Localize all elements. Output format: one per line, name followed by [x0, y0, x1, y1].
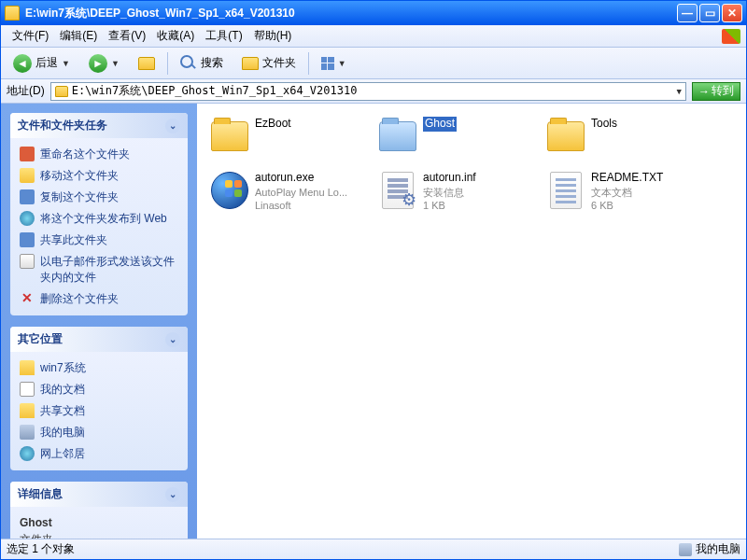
maximize-button[interactable]: ▭ [699, 4, 720, 22]
place-mycomputer[interactable]: 我的电脑 [20, 422, 178, 443]
menu-view[interactable]: 查看(V) [103, 26, 151, 46]
place-label: win7系统 [40, 360, 86, 376]
file-item[interactable]: Ghost [376, 115, 544, 169]
menu-edit[interactable]: 编辑(E) [54, 26, 103, 46]
item-sub: Linasoft [255, 199, 347, 212]
folder-icon [210, 117, 249, 156]
chevron-down-icon[interactable]: ▼ [677, 87, 682, 96]
item-text: Tools [591, 117, 617, 132]
delete-icon: ✕ [20, 291, 35, 306]
item-text: autorun.exeAutoPlay Menu Lo...Linasoft [255, 171, 347, 212]
task-copy[interactable]: 复制这个文件夹 [20, 187, 178, 208]
place-label: 网上邻居 [40, 446, 85, 462]
status-text: 选定 1 个对象 [7, 541, 75, 557]
folder-open-icon [378, 117, 417, 156]
task-rename[interactable]: 重命名这个文件夹 [20, 144, 178, 165]
file-item[interactable]: EzBoot [208, 115, 376, 169]
address-bar: 地址(D) E:\win7系统\DEEP_Ghost_Win7_Sp1_x64_… [1, 79, 746, 104]
folders-button[interactable]: 文件夹 [235, 51, 303, 75]
search-label: 搜索 [201, 55, 223, 71]
details-panel: 详细信息 ⌄ Ghost 文件夹 修改日期: 2012年4月30日, 15:16 [10, 482, 188, 539]
item-name: Ghost [423, 117, 457, 132]
menubar: 文件(F) 编辑(E) 查看(V) 收藏(A) 工具(T) 帮助(H) [1, 25, 746, 48]
chevron-down-icon: ▼ [62, 59, 70, 68]
place-label: 共享文档 [40, 403, 85, 419]
views-button[interactable]: ▼ [315, 53, 353, 74]
mail-icon [20, 254, 35, 269]
text-file-icon [546, 171, 585, 210]
minimize-button[interactable]: — [677, 4, 698, 22]
item-sub: 1 KB [423, 199, 476, 212]
task-move[interactable]: 移动这个文件夹 [20, 165, 178, 187]
place-parent[interactable]: win7系统 [20, 357, 178, 379]
address-label: 地址(D) [7, 83, 45, 99]
task-delete[interactable]: ✕删除这个文件夹 [20, 288, 178, 310]
up-button[interactable] [132, 53, 162, 74]
views-icon [321, 57, 334, 70]
task-publish-web[interactable]: 将这个文件夹发布到 Web [20, 208, 178, 230]
file-item[interactable]: README.TXT文本文档6 KB [544, 169, 712, 223]
item-name: autorun.exe [255, 171, 347, 186]
place-label: 我的电脑 [40, 425, 85, 441]
tasks-panel: 文件和文件夹任务 ⌄ 重命名这个文件夹 移动这个文件夹 复制这个文件夹 将这个文… [10, 113, 188, 315]
folders-label: 文件夹 [262, 55, 296, 71]
task-label: 共享此文件夹 [40, 232, 107, 248]
file-item[interactable]: autorun.exeAutoPlay Menu Lo...Linasoft [208, 169, 376, 223]
details-panel-header[interactable]: 详细信息 ⌄ [10, 482, 188, 507]
forward-button[interactable]: ► ▼ [82, 50, 126, 77]
file-item[interactable]: autorun.inf安装信息1 KB [376, 169, 544, 223]
search-button[interactable]: 搜索 [174, 51, 230, 76]
go-button[interactable]: → 转到 [692, 82, 740, 101]
item-text: EzBoot [255, 117, 291, 132]
close-button[interactable]: ✕ [722, 4, 742, 22]
network-icon [20, 446, 35, 461]
place-network[interactable]: 网上邻居 [20, 443, 178, 465]
menu-help[interactable]: 帮助(H) [248, 26, 298, 46]
folder-up-icon [138, 57, 155, 70]
folder-icon [20, 360, 35, 375]
panel-title: 详细信息 [18, 486, 63, 502]
folder-icon [242, 57, 259, 70]
detail-name: Ghost [20, 514, 178, 531]
task-email[interactable]: 以电子邮件形式发送该文件夹内的文件 [20, 251, 178, 288]
place-mydocs[interactable]: 我的文档 [20, 379, 178, 400]
file-view[interactable]: EzBootGhostToolsautorun.exeAutoPlay Menu… [197, 104, 746, 539]
tasks-panel-header[interactable]: 文件和文件夹任务 ⌄ [10, 113, 188, 138]
back-label: 后退 [35, 55, 58, 71]
places-panel: 其它位置 ⌄ win7系统 我的文档 共享文档 我的电脑 网上邻居 [10, 327, 188, 470]
statusbar: 选定 1 个对象 我的电脑 [1, 539, 746, 559]
menu-file[interactable]: 文件(F) [7, 26, 54, 46]
place-shareddocs[interactable]: 共享文档 [20, 400, 178, 422]
address-input[interactable]: E:\win7系统\DEEP_Ghost_Win7_Sp1_x64_V20131… [50, 82, 686, 101]
item-sub: AutoPlay Menu Lo... [255, 186, 347, 199]
item-text: autorun.inf安装信息1 KB [423, 171, 476, 212]
back-button[interactable]: ◄ 后退 ▼ [7, 50, 77, 77]
titlebar[interactable]: E:\win7系统\DEEP_Ghost_Win7_Sp1_x64_V20131… [1, 1, 746, 25]
task-label: 以电子邮件形式发送该文件夹内的文件 [40, 254, 178, 286]
window-title: E:\win7系统\DEEP_Ghost_Win7_Sp1_x64_V20131… [25, 6, 677, 21]
item-name: autorun.inf [423, 171, 476, 186]
separator [308, 52, 309, 75]
exe-icon [210, 171, 249, 210]
task-share[interactable]: 共享此文件夹 [20, 230, 178, 251]
task-label: 将这个文件夹发布到 Web [40, 211, 167, 227]
go-label: 转到 [712, 83, 734, 99]
toolbar: ◄ 后退 ▼ ► ▼ 搜索 文件夹 ▼ [1, 48, 746, 79]
move-icon [20, 168, 35, 183]
task-label: 重命名这个文件夹 [40, 147, 130, 162]
menu-favorites[interactable]: 收藏(A) [151, 26, 200, 46]
folder-icon [5, 6, 20, 21]
folder-icon [55, 86, 68, 97]
item-name: Tools [591, 117, 617, 132]
menu-tools[interactable]: 工具(T) [200, 26, 247, 46]
task-label: 移动这个文件夹 [40, 168, 119, 184]
places-panel-header[interactable]: 其它位置 ⌄ [10, 327, 188, 352]
arrow-right-icon: → [698, 85, 710, 98]
panel-title: 文件和文件夹任务 [18, 118, 107, 133]
share-icon [20, 232, 35, 247]
file-item[interactable]: Tools [544, 115, 712, 169]
collapse-icon: ⌄ [165, 487, 180, 502]
content-area: 文件和文件夹任务 ⌄ 重命名这个文件夹 移动这个文件夹 复制这个文件夹 将这个文… [1, 104, 746, 539]
item-text: README.TXT文本文档6 KB [591, 171, 663, 212]
sidebar: 文件和文件夹任务 ⌄ 重命名这个文件夹 移动这个文件夹 复制这个文件夹 将这个文… [1, 104, 197, 539]
